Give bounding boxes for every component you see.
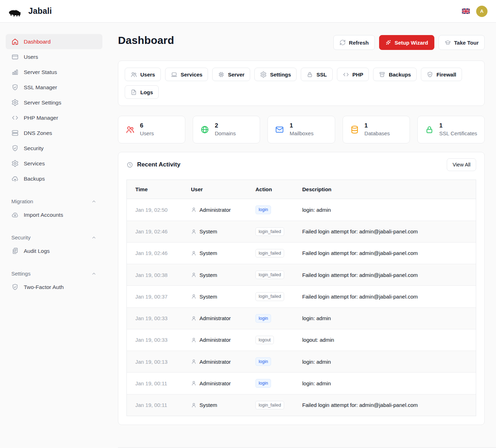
quicklink-logs-button[interactable]: Logs bbox=[125, 85, 159, 99]
sidebar-item-server-status[interactable]: Server Status bbox=[6, 64, 102, 80]
column-header-description: Description bbox=[294, 180, 476, 199]
activity-user: Administrator bbox=[191, 380, 243, 386]
activity-description: Failed login attempt for: admin@jabali-p… bbox=[294, 242, 476, 264]
sidebar-item-label: Server Settings bbox=[24, 100, 61, 106]
table-row: Jan 19, 00:11Administratorloginlogin: ad… bbox=[127, 373, 476, 394]
activity-user-name: Administrator bbox=[199, 359, 231, 365]
quicklink-backups-button[interactable]: Backups bbox=[373, 68, 417, 81]
activity-user-name: Administrator bbox=[199, 207, 231, 213]
brand[interactable]: Jabali bbox=[9, 5, 52, 18]
quicklink-label: Backups bbox=[389, 72, 411, 78]
activity-description: Failed login attempt for: admin@jabali-p… bbox=[294, 286, 476, 307]
activity-user: Administrator bbox=[191, 207, 243, 213]
sidebar-item-server-settings[interactable]: Server Settings bbox=[6, 95, 102, 110]
user-icon bbox=[191, 359, 197, 364]
sparkles-icon bbox=[385, 39, 391, 46]
server-stack-icon bbox=[11, 129, 19, 137]
brand-name: Jabali bbox=[28, 6, 52, 16]
sidebar-item-backups[interactable]: Backups bbox=[6, 171, 102, 186]
activity-user-name: Administrator bbox=[199, 315, 231, 321]
stat-card-mailboxes[interactable]: 1Mailboxes bbox=[267, 116, 335, 143]
sidebar-item-dns-zones[interactable]: DNS Zones bbox=[6, 125, 102, 141]
quicklink-label: Users bbox=[140, 72, 155, 78]
action-badge: login_failed bbox=[255, 292, 284, 301]
sidebar-section-migration[interactable]: Migration bbox=[6, 194, 102, 207]
quicklink-label: Server bbox=[228, 72, 244, 78]
sidebar-section-settings[interactable]: Settings bbox=[6, 266, 102, 279]
activity-action-cell: logout bbox=[247, 329, 294, 351]
stat-value: 1 bbox=[439, 122, 477, 129]
activity-action-cell: login_failed bbox=[247, 242, 294, 264]
sidebar-item-two-factor-auth[interactable]: Two-Factor Auth bbox=[6, 279, 102, 295]
column-header-user: User bbox=[182, 180, 247, 199]
table-row: Jan 19, 00:37Systemlogin_failedFailed lo… bbox=[127, 286, 476, 307]
stat-card-users[interactable]: 6Users bbox=[118, 116, 185, 143]
action-badge: login_failed bbox=[255, 227, 284, 236]
user-icon bbox=[191, 207, 197, 212]
code-icon bbox=[11, 114, 19, 121]
language-flag-icon[interactable] bbox=[462, 8, 470, 14]
shield-check-icon bbox=[11, 144, 19, 152]
sidebar-section-title: Migration bbox=[11, 198, 33, 204]
quicklink-services-button[interactable]: Services bbox=[165, 68, 208, 81]
sidebar-section-security[interactable]: Security bbox=[6, 230, 102, 243]
sidebar-item-label: Two-Factor Auth bbox=[24, 284, 64, 290]
action-badge: logout bbox=[255, 336, 274, 344]
activity-user: System bbox=[191, 250, 243, 256]
quicklink-users-button[interactable]: Users bbox=[125, 68, 161, 81]
stat-label: SSL Certificates bbox=[439, 130, 477, 137]
activity-description: Failed login attempt for: admin@jabali-p… bbox=[294, 221, 476, 242]
quicklink-server-button[interactable]: Server bbox=[212, 68, 250, 81]
sidebar-item-services[interactable]: Services bbox=[6, 156, 102, 171]
sidebar-item-users[interactable]: Users bbox=[6, 49, 102, 64]
activity-user-cell: System bbox=[182, 286, 247, 307]
activity-user-cell: Administrator bbox=[182, 373, 247, 394]
user-icon bbox=[191, 272, 197, 278]
action-badge: login bbox=[255, 314, 271, 323]
sidebar-item-security[interactable]: Security bbox=[6, 141, 102, 156]
code-icon bbox=[343, 71, 349, 78]
sidebar-item-label: Backups bbox=[24, 176, 45, 182]
sidebar-item-dashboard[interactable]: Dashboard bbox=[6, 34, 102, 49]
sidebar-section-title: Settings bbox=[11, 271, 30, 277]
activity-action-cell: login_failed bbox=[247, 394, 294, 416]
stat-label: Users bbox=[140, 130, 154, 137]
action-badge: login bbox=[255, 205, 271, 214]
quicklink-settings-button[interactable]: Settings bbox=[254, 68, 297, 81]
activity-time: Jan 19, 00:13 bbox=[127, 351, 182, 373]
stat-text: 1Mailboxes bbox=[289, 122, 314, 137]
stats-row: 6Users2Domains1Mailboxes1Databases1SSL C… bbox=[118, 116, 485, 143]
take-tour-button[interactable]: Take Tour bbox=[439, 35, 485, 50]
sidebar-item-ssl-manager[interactable]: SSL Manager bbox=[6, 80, 102, 95]
view-all-button[interactable]: View All bbox=[447, 158, 476, 171]
stat-value: 6 bbox=[140, 122, 154, 129]
activity-description: login: admin bbox=[294, 351, 476, 373]
stat-card-databases[interactable]: 1Databases bbox=[343, 116, 410, 143]
cpu-icon bbox=[218, 71, 225, 78]
main-content: Dashboard RefreshSetup WizardTake Tour U… bbox=[108, 23, 496, 448]
activity-user: System bbox=[191, 402, 243, 408]
chevron-up-icon bbox=[91, 271, 97, 277]
activity-user-cell: Administrator bbox=[182, 307, 247, 329]
quicklink-label: Services bbox=[181, 72, 203, 78]
stat-card-ssl-certificates[interactable]: 1SSL Certificates bbox=[417, 116, 485, 143]
stat-value: 1 bbox=[365, 122, 390, 129]
quicklink-firewall-button[interactable]: Firewall bbox=[421, 68, 462, 81]
activity-time: Jan 19, 00:11 bbox=[127, 394, 182, 416]
quicklink-php-button[interactable]: PHP bbox=[337, 68, 369, 81]
recent-activity-card: Recent Activity View All TimeUserActionD… bbox=[118, 152, 485, 425]
activity-user: Administrator bbox=[191, 337, 243, 343]
user-avatar[interactable]: A bbox=[476, 6, 487, 17]
stat-card-domains[interactable]: 2Domains bbox=[193, 116, 260, 143]
refresh-button[interactable]: Refresh bbox=[333, 35, 375, 50]
activity-table-header: TimeUserActionDescription bbox=[127, 180, 476, 199]
setup-wizard-button[interactable]: Setup Wizard bbox=[379, 35, 434, 50]
activity-user-cell: Administrator bbox=[182, 351, 247, 373]
action-badge: login bbox=[255, 379, 271, 387]
quicklink-ssl-button[interactable]: SSL bbox=[301, 68, 332, 81]
activity-action-cell: login_failed bbox=[247, 221, 294, 242]
sidebar-item-php-manager[interactable]: PHP Manager bbox=[6, 110, 102, 125]
sidebar-item-import-accounts[interactable]: Import Accounts bbox=[6, 207, 102, 222]
sidebar-item-audit-logs[interactable]: Audit Logs bbox=[6, 243, 102, 259]
quicklink-label: PHP bbox=[353, 72, 363, 78]
